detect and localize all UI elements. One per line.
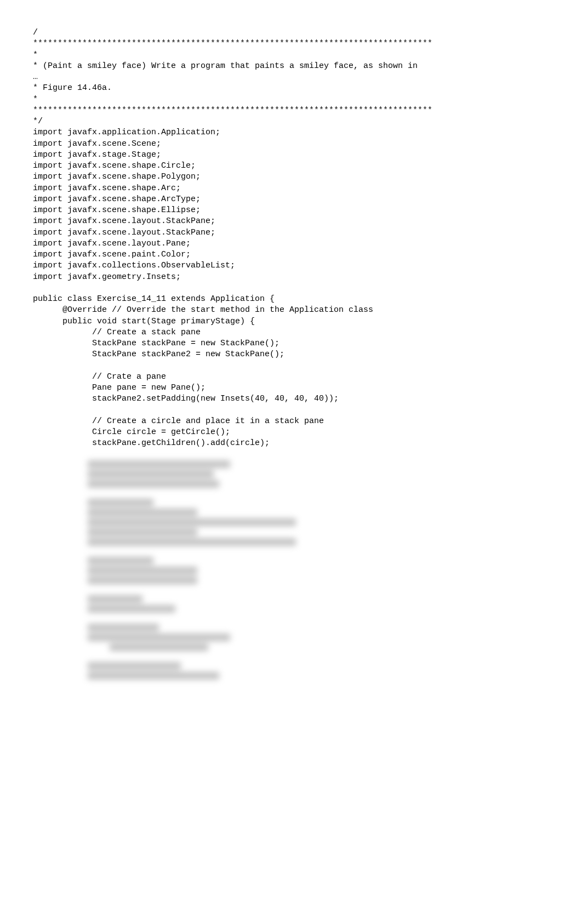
code-line: * (33, 95, 38, 104)
code-line: StackPane stackPane = new StackPane(); (33, 339, 279, 348)
code-line: import javafx.application.Application; (33, 128, 220, 137)
code-line: / (33, 28, 38, 37)
code-line: // Crate a pane (33, 372, 166, 381)
code-line: import javafx.scene.layout.Pane; (33, 239, 191, 248)
code-line: // Create a circle and place it in a sta… (33, 417, 324, 426)
code-line: public class Exercise_14_11 extends Appl… (33, 294, 275, 304)
code-line: import javafx.scene.shape.ArcType; (33, 195, 201, 204)
code-line: stackPane.getChildren().add(circle); (33, 438, 270, 448)
code-line: import javafx.scene.shape.Ellipse; (33, 206, 201, 215)
code-line: stackPane2.setPadding(new Insets(40, 40,… (33, 394, 339, 403)
code-line: * (Paint a smiley face) Write a program … (33, 61, 418, 71)
blurred-preview (33, 460, 549, 680)
code-line: * (33, 50, 38, 60)
code-line: import javafx.scene.layout.StackPane; (33, 216, 215, 226)
code-line: ****************************************… (33, 39, 432, 48)
code-line: public void start(Stage primaryStage) { (33, 317, 255, 326)
code-line: Pane pane = new Pane(); (33, 383, 206, 392)
code-line: import javafx.scene.shape.Polygon; (33, 172, 201, 181)
code-line: Circle circle = getCircle(); (33, 427, 230, 437)
code-line: import javafx.scene.layout.StackPane; (33, 228, 215, 237)
code-block: / **************************************… (33, 27, 549, 449)
code-line: … (33, 72, 38, 82)
code-line: import javafx.scene.shape.Circle; (33, 161, 196, 170)
code-line: ****************************************… (33, 106, 432, 115)
code-line: @Override // Override the start method i… (33, 305, 373, 315)
code-line: StackPane stackPane2 = new StackPane(); (33, 350, 284, 359)
code-line: // Create a stack pane (33, 328, 201, 337)
code-line: */ (33, 117, 43, 126)
code-line: import javafx.stage.Stage; (33, 150, 161, 159)
code-line: import javafx.scene.Scene; (33, 139, 161, 149)
code-line: import javafx.collections.ObservableList… (33, 261, 235, 270)
code-line: * Figure 14.46a. (33, 83, 112, 93)
code-line: import javafx.geometry.Insets; (33, 272, 181, 282)
code-line: import javafx.scene.shape.Arc; (33, 184, 181, 193)
code-line: import javafx.scene.paint.Color; (33, 250, 191, 259)
